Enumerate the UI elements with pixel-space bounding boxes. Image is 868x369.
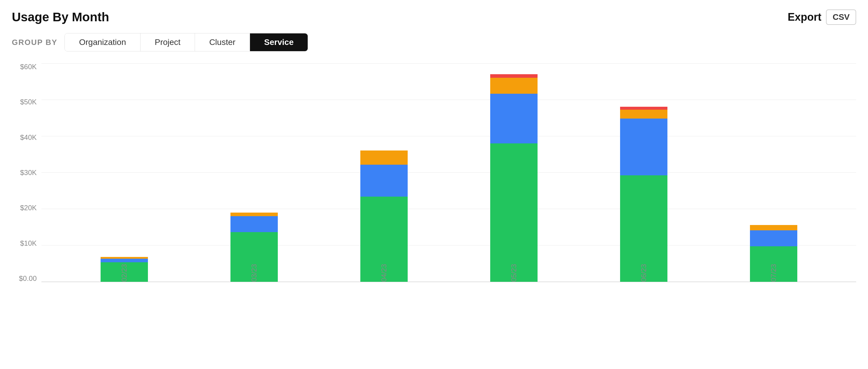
y-axis-label: $60K (12, 63, 41, 70)
x-axis-label: 02/23 (120, 261, 128, 282)
y-axis-label: $20K (12, 204, 41, 211)
bar-stack (490, 74, 537, 282)
x-axis-label: 04/23 (380, 261, 388, 282)
bar-segment (620, 107, 668, 110)
x-axis-label: 07/23 (770, 261, 778, 282)
y-axis: $0.00$10K$20K$30K$40K$50K$60K (12, 63, 41, 282)
bar-segment (360, 150, 408, 165)
y-axis-label: $50K (12, 98, 41, 106)
bar-segment (490, 94, 537, 143)
x-labels: 02/2303/2304/2305/2306/2307/23 (59, 258, 838, 282)
chart-container: $0.00$10K$20K$30K$40K$50K$60K 02/2303/23… (12, 63, 856, 306)
bar-segment (750, 225, 797, 230)
bar-group (620, 107, 668, 282)
bar-segment (490, 78, 537, 94)
bar-segment (360, 165, 408, 197)
bar-segment (490, 74, 537, 78)
bar-segment (620, 119, 668, 175)
tab-organization[interactable]: Organization (65, 33, 141, 51)
bar-segment (230, 216, 278, 232)
bar-segment (620, 110, 668, 119)
page-header: Usage By Month Export CSV (12, 9, 856, 25)
tab-service[interactable]: Service (250, 33, 308, 51)
group-by-label: GROUP BY (12, 38, 57, 47)
y-axis-label: $10K (12, 240, 41, 247)
bar-stack (620, 107, 668, 282)
y-axis-label: $30K (12, 169, 41, 176)
chart-area: 02/2303/2304/2305/2306/2307/23 (41, 63, 856, 282)
group-by-row: GROUP BY Organization Project Cluster Se… (12, 33, 856, 52)
tab-project[interactable]: Project (141, 33, 195, 51)
y-axis-label: $0.00 (12, 275, 41, 282)
bar-segment (230, 212, 278, 216)
csv-button[interactable]: CSV (826, 9, 856, 25)
x-axis-label: 03/23 (250, 261, 258, 282)
group-by-tabs: Organization Project Cluster Service (64, 33, 308, 52)
tab-cluster[interactable]: Cluster (195, 33, 250, 51)
x-axis-label: 05/23 (510, 261, 518, 282)
x-axis-label: 06/23 (640, 261, 648, 282)
y-axis-label: $40K (12, 134, 41, 141)
export-area: Export CSV (787, 9, 856, 25)
page-title: Usage By Month (12, 10, 109, 24)
bars-area (59, 63, 838, 282)
bar-segment (750, 230, 797, 246)
bar-group (490, 74, 537, 282)
export-label: Export (787, 11, 821, 23)
